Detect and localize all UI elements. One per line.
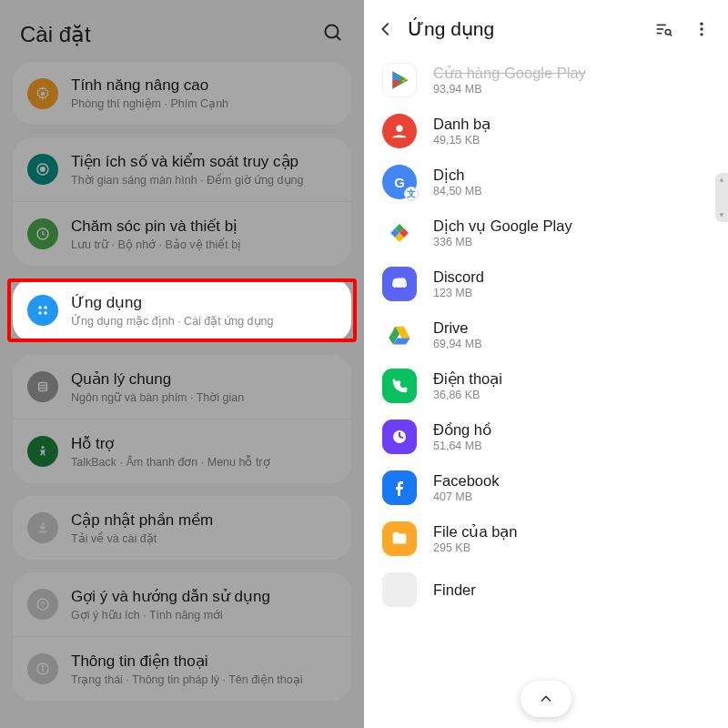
filter-search-icon[interactable] [652,17,675,41]
svg-point-6 [38,306,41,308]
apps-icon [27,295,58,326]
app-size: 51,64 MB [433,440,710,452]
svg-point-26 [700,33,703,35]
search-icon[interactable] [322,22,344,47]
accessibility-icon [27,436,58,467]
general-icon [27,371,58,402]
app-row-phone[interactable]: Điện thoại36,86 KB [364,360,728,411]
app-row-drive[interactable]: Drive69,94 MB [364,309,728,360]
row-subtitle: Tải về và cài đặt [71,531,337,545]
settings-row-about[interactable]: Thông tin điện thoại Trạng thái · Thông … [13,636,351,701]
app-row-facebook[interactable]: Facebook407 MB [364,462,728,513]
settings-row-tips[interactable]: ? Gợi ý và hướng dẫn sử dụng Gợi ý hữu í… [13,572,351,636]
svg-point-2 [41,92,46,96]
svg-point-7 [44,306,46,308]
svg-rect-10 [39,383,47,391]
svg-point-9 [44,311,46,314]
app-size: 123 MB [433,287,710,299]
app-row-finder[interactable]: Finder [364,564,728,615]
app-row-contacts[interactable]: Danh bạ49,15 KB [364,106,728,157]
info-icon [27,653,58,684]
settings-row-wellbeing[interactable]: Tiện ích số và kiểm soát truy cập Thời g… [13,137,351,201]
tips-icon: ? [27,589,58,620]
app-name: Discord [433,268,710,286]
settings-group: ? Gợi ý và hướng dẫn sử dụng Gợi ý hữu í… [13,572,351,701]
app-list: Cửa hàng Google Play93,94 MBDanh bạ49,15… [364,53,728,617]
svg-point-31 [396,126,402,132]
row-subtitle: Ngôn ngữ và bàn phím · Thời gian [71,390,337,404]
more-icon[interactable] [690,17,713,41]
svg-point-4 [41,167,46,172]
row-title: Tiện ích số và kiểm soát truy cập [71,152,337,171]
app-row-files[interactable]: File của bạn295 KB [364,513,728,564]
app-name: Đồng hồ [433,421,710,439]
svg-point-0 [326,25,339,38]
settings-row-update[interactable]: Cập nhật phần mềm Tải về và cài đặt [13,496,351,560]
svg-point-13 [42,446,45,449]
app-name: Dịch [433,167,710,184]
row-title: Tính năng nâng cao [71,76,337,95]
row-subtitle: Lưu trữ · Bộ nhớ · Bảo vệ thiết bị [71,238,337,251]
app-row-play[interactable]: Cửa hàng Google Play93,94 MB [364,55,728,106]
settings-group: Tính năng nâng cao Phòng thí nghiệm · Ph… [13,62,351,125]
app-row-pservices[interactable]: Dịch vụ Google Play336 MB [364,207,728,258]
row-subtitle: Phòng thí nghiệm · Phím Cạnh [71,96,337,110]
row-title: Cập nhật phần mềm [71,511,337,530]
row-title: Gợi ý và hướng dẫn sử dụng [71,587,337,606]
settings-title: Cài đặt [20,22,91,47]
settings-group: Cập nhật phần mềm Tải về và cài đặt [13,496,351,560]
row-subtitle: Gợi ý hữu ích · Tính năng mới [71,608,337,622]
svg-point-24 [700,23,703,25]
apps-page-title: Ứng dụng [408,18,637,40]
svg-point-8 [38,311,41,314]
app-size: 93,94 MB [433,83,710,96]
app-size: 84,50 MB [433,185,710,197]
row-title: Chăm sóc pin và thiết bị [71,217,337,236]
svg-text:?: ? [41,601,46,609]
app-name: Finder [433,581,710,599]
row-title: Quản lý chung [71,369,337,389]
row-subtitle: Thời gian sáng màn hình · Đếm giờ ứng dụ… [71,173,337,187]
gear-icon [27,78,58,109]
svg-line-1 [337,36,341,41]
row-title: Ứng dụng [71,293,337,312]
back-icon[interactable] [373,16,399,42]
app-row-translate[interactable]: G文Dịch84,50 MB [364,157,728,207]
app-size: 49,15 KB [433,134,710,147]
svg-marker-40 [720,213,724,217]
svg-line-23 [670,35,672,36]
app-row-discord[interactable]: Discord123 MB [364,258,728,309]
app-name: Dịch vụ Google Play [433,217,710,235]
row-subtitle: TalkBack · Âm thanh đơn · Menu hỗ trợ [71,455,337,469]
app-size: 407 MB [433,490,710,503]
row-title: Hỗ trợ [71,434,337,453]
settings-row-devicecare[interactable]: Chăm sóc pin và thiết bị Lưu trữ · Bộ nh… [13,201,351,266]
svg-line-38 [399,437,403,438]
scroll-top-button[interactable] [521,681,571,717]
row-title: Thông tin điện thoại [71,652,337,671]
app-name: File của bạn [433,523,710,541]
app-size: 336 MB [433,236,710,248]
settings-row-general[interactable]: Quản lý chung Ngôn ngữ và bàn phím · Thờ… [13,355,351,419]
settings-row-advanced[interactable]: Tính năng nâng cao Phòng thí nghiệm · Ph… [13,62,351,125]
device-care-icon [27,218,58,249]
scroll-handle[interactable] [715,173,728,222]
settings-group: Tiện ích số và kiểm soát truy cập Thời g… [13,137,351,266]
row-subtitle: Trạng thái · Thông tin pháp lý · Tên điệ… [71,672,337,686]
app-name: Điện thoại [433,370,710,388]
settings-group: Quản lý chung Ngôn ngữ và bàn phím · Thờ… [13,355,351,483]
app-name: Danh bạ [433,116,710,133]
row-subtitle: Ứng dụng mặc định · Cài đặt ứng dụng [71,314,337,328]
settings-row-apps[interactable]: Ứng dụng Ứng dụng mặc định · Cài đặt ứng… [13,278,351,342]
app-name: Drive [433,319,710,337]
app-size: 69,94 MB [433,338,710,350]
wellbeing-icon [27,154,58,185]
app-row-clock[interactable]: Đồng hồ51,64 MB [364,411,728,462]
svg-marker-39 [720,178,724,182]
app-name: Facebook [433,472,710,490]
app-size: 36,86 KB [433,389,710,401]
settings-group-highlighted: Ứng dụng Ứng dụng mặc định · Cài đặt ứng… [13,278,351,342]
settings-row-accessibility[interactable]: Hỗ trợ TalkBack · Âm thanh đơn · Menu hỗ… [13,419,351,483]
update-icon [27,512,58,543]
svg-point-22 [665,29,671,35]
